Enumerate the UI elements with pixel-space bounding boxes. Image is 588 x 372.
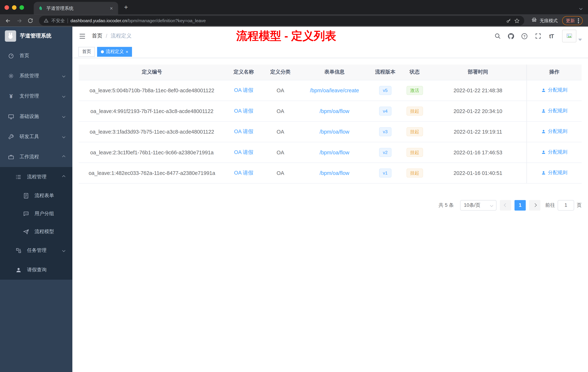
status-badge: 挂起 (406, 107, 423, 116)
col-form-info: 表单信息 (299, 65, 370, 80)
sidebar-item-home[interactable]: 首页 (0, 45, 72, 66)
assign-rule-button[interactable]: 分配规则 (541, 128, 567, 135)
chevron-up-icon (62, 175, 65, 178)
page-jumper: 前往 页 (545, 200, 582, 210)
address-bar[interactable]: 不安全 dashboard.yudao.iocoder.cn/bpm/manag… (39, 16, 524, 26)
next-page-button[interactable] (529, 200, 540, 210)
form-link[interactable]: /bpm/oa/flow (320, 108, 349, 114)
incognito-icon (531, 17, 537, 24)
sidebar-item-label: 支付管理 (20, 93, 39, 99)
sidebar-item-label: 基础设施 (20, 113, 39, 120)
definition-table: 定义编号 定义名称 定义分类 表单信息 流程版本 状态 部署时间 操作 oa_l (79, 65, 582, 184)
password-key-icon[interactable] (506, 18, 512, 23)
breadcrumb-home[interactable]: 首页 (92, 33, 102, 39)
reload-button[interactable] (25, 16, 35, 25)
form-link[interactable]: /bpm/oa/flow (320, 129, 349, 134)
incognito-indicator: 无痕模式 (531, 17, 558, 24)
fullscreen-icon[interactable] (534, 33, 541, 40)
back-button[interactable] (3, 16, 13, 25)
sidebar-item-process-model[interactable]: 流程模型 (0, 223, 72, 241)
sidebar-item-task-management[interactable]: 任务管理 (0, 241, 72, 260)
window-zoom-button[interactable] (20, 5, 24, 10)
screen: 芋道管理系统 × + 不安全 dashboard.yudao.iocoder.c… (0, 0, 588, 372)
sidebar-item-user-group[interactable]: 用户分组 (0, 205, 72, 223)
cell-category: OA (262, 142, 299, 163)
sidebar-collapse-icon[interactable] (78, 32, 86, 40)
github-icon[interactable] (507, 33, 514, 40)
workflow-submenu: 流程管理 流程表单 用户分组 (0, 167, 72, 280)
assign-rule-button[interactable]: 分配规则 (541, 149, 567, 155)
window-minimize-button[interactable] (12, 5, 17, 10)
definition-name-link[interactable]: OA 请假 (234, 108, 253, 114)
tag-close-icon[interactable]: × (126, 49, 128, 54)
sidebar-item-leave-query[interactable]: 请假查询 (0, 260, 72, 280)
tab-close-icon[interactable]: × (108, 5, 114, 11)
prev-page-button[interactable] (500, 200, 511, 210)
cell-category: OA (262, 80, 299, 100)
status-badge: 挂起 (406, 148, 423, 157)
incognito-label: 无痕模式 (540, 17, 558, 24)
chevron-down-icon (62, 115, 65, 118)
form-link[interactable]: /bpm/oa/leave/create (310, 87, 359, 93)
cell-deploy-time: 2022-01-16 17:46:53 (429, 142, 527, 163)
assign-rule-button[interactable]: 分配规则 (541, 169, 567, 176)
help-icon[interactable]: ? (521, 33, 528, 40)
current-page-button[interactable]: 1 (514, 200, 526, 210)
tags-view-bar: 首页 流程定义 × (72, 45, 588, 58)
definition-name-link[interactable]: OA 请假 (234, 149, 253, 155)
sidebar-item-system[interactable]: 系统管理 (0, 66, 72, 86)
definition-name-link[interactable]: OA 请假 (234, 87, 253, 93)
assign-rule-label: 分配规则 (548, 149, 567, 155)
new-tab-button[interactable]: + (121, 2, 131, 12)
sidebar: 芋道管理系统 首页 系统管理 ¥ 支付管理 (0, 27, 72, 372)
tag-home[interactable]: 首页 (78, 47, 95, 57)
assign-rule-label: 分配规则 (548, 128, 567, 135)
page-size-select[interactable]: 10条/页 (460, 200, 496, 210)
tag-label: 首页 (82, 48, 91, 55)
status-badge: 激活 (406, 86, 423, 95)
sidebar-item-label: 流程管理 (27, 174, 47, 180)
col-actions: 操作 (527, 65, 582, 80)
sidebar-item-label: 工作流程 (20, 153, 39, 160)
sidebar-item-process-management[interactable]: 流程管理 (0, 167, 72, 186)
assign-rule-button[interactable]: 分配规则 (541, 107, 567, 114)
browser-tab[interactable]: 芋道管理系统 × (34, 2, 118, 15)
cell-definition-id: oa_leave:2:3c1f0ef1-76b1-11ec-9c66-a2380… (79, 142, 225, 163)
sidebar-item-label: 系统管理 (20, 72, 39, 79)
logo-avatar (5, 30, 16, 42)
font-size-icon[interactable]: tT (548, 33, 555, 40)
sidebar-item-payment[interactable]: ¥ 支付管理 (0, 86, 72, 106)
search-icon[interactable] (494, 33, 501, 40)
tab-search-chevron-icon[interactable] (580, 4, 582, 11)
sidebar-item-devtools[interactable]: 研发工具 (0, 127, 72, 147)
goto-page-input[interactable] (558, 200, 574, 210)
tag-process-definition[interactable]: 流程定义 × (97, 47, 132, 57)
definition-name-link[interactable]: OA 请假 (234, 169, 253, 175)
sidebar-logo[interactable]: 芋道管理系统 (0, 27, 72, 45)
url-text[interactable]: dashboard.yudao.iocoder.cn/bpm/manager/d… (71, 18, 503, 23)
cell-category: OA (262, 121, 299, 142)
browser-menu-icon[interactable] (578, 18, 579, 23)
browser-update-button[interactable]: 更新 (562, 16, 583, 25)
assign-rule-button[interactable]: 分配规则 (541, 87, 567, 94)
sidebar-item-workflow[interactable]: 工作流程 (0, 147, 72, 167)
form-link[interactable]: /bpm/oa/flow (320, 149, 349, 155)
chevron-down-icon (490, 203, 493, 207)
col-status: 状态 (400, 65, 429, 80)
sidebar-item-infra[interactable]: 基础设施 (0, 106, 72, 127)
table-row: oa_leave:4:991f2193-7b7f-11ec-a3c8-acde4… (79, 101, 582, 121)
cell-definition-id: oa_leave:3:1fad3d93-7b75-11ec-a3c8-acde4… (79, 121, 225, 142)
chevron-down-icon (62, 135, 65, 138)
avatar (562, 30, 576, 42)
definition-name-link[interactable]: OA 请假 (234, 128, 253, 134)
form-link[interactable]: /bpm/oa/flow (320, 170, 349, 176)
sidebar-item-process-form[interactable]: 流程表单 (0, 186, 72, 205)
bookmark-star-icon[interactable] (514, 18, 520, 23)
table-row: oa_leave:3:1fad3d93-7b75-11ec-a3c8-acde4… (79, 121, 582, 142)
user-menu[interactable] (562, 30, 582, 42)
security-label[interactable]: 不安全 (52, 17, 65, 24)
tab-title: 芋道管理系统 (47, 5, 105, 11)
cell-definition-id: oa_leave:4:991f2193-7b7f-11ec-a3c8-acde4… (79, 101, 225, 121)
forward-button[interactable] (14, 16, 24, 25)
window-close-button[interactable] (5, 5, 9, 10)
